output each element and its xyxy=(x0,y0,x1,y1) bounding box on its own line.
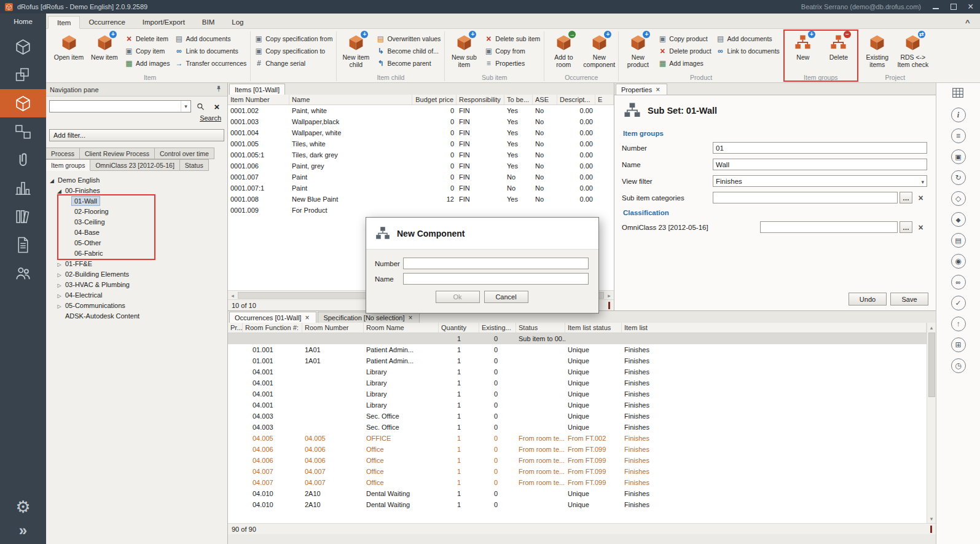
ok-button[interactable]: Ok xyxy=(436,291,480,303)
save-button[interactable]: Save xyxy=(890,293,928,306)
ribbon-small-button[interactable]: Delete product xyxy=(656,45,713,56)
cube-outline-icon[interactable] xyxy=(0,33,46,61)
open-item-button[interactable]: Open item xyxy=(52,30,86,73)
new-item-button[interactable]: New item xyxy=(87,30,122,73)
minimize-icon[interactable] xyxy=(932,3,939,10)
existing-items-button[interactable]: Existing items xyxy=(860,30,895,73)
table-row[interactable]: 04.010 2A10 Dental Waiting 1 0 Unique Fi… xyxy=(228,499,927,510)
table-row[interactable]: 04.001 Library 1 0 Unique Finishes xyxy=(228,366,927,377)
scroll-down-icon[interactable] xyxy=(927,514,936,523)
close-icon[interactable] xyxy=(408,314,414,321)
column-header[interactable]: Budget price xyxy=(412,95,457,104)
linked-cubes-icon[interactable] xyxy=(0,117,46,146)
new-product-button[interactable]: New product xyxy=(621,30,655,73)
table-row[interactable]: 0001.009 For Product xyxy=(228,205,614,216)
filter-tab[interactable]: Control over time xyxy=(155,148,214,159)
tab-items[interactable]: Items [01-Wall] xyxy=(229,84,285,95)
column-header[interactable]: Pr... xyxy=(228,323,243,333)
people-icon[interactable] xyxy=(0,259,46,287)
filter-tab[interactable]: Client Review Process xyxy=(80,148,155,159)
ribbon-small-button[interactable]: Delete sub item xyxy=(482,33,542,44)
ribbon-small-button[interactable]: Copy item xyxy=(123,45,171,56)
filter-tab[interactable]: OmniClass 23 [2012-05-16] xyxy=(90,159,179,171)
pin-icon[interactable] xyxy=(214,85,224,94)
upload-icon[interactable] xyxy=(951,317,966,331)
tree-item[interactable]: 04-Electrical xyxy=(46,290,227,300)
occurrences-tab[interactable]: Occurrences [01-Wall] xyxy=(229,312,316,323)
ribbon-small-button[interactable]: Add images xyxy=(123,58,171,68)
tree-item[interactable]: 06-Fabric xyxy=(46,248,227,258)
menu-tab[interactable]: BIM xyxy=(194,15,223,28)
table-row[interactable]: 1 0 Sub item to 00... xyxy=(228,333,927,344)
new-component-button[interactable]: New component xyxy=(582,30,616,73)
tree-item[interactable]: 01-Wall xyxy=(46,195,227,206)
ribbon-small-button[interactable]: Copy specification to xyxy=(253,45,334,56)
table-row[interactable]: 0001.004 Wallpaper, white 0 FIN Yes No 0… xyxy=(228,127,614,138)
ribbon-small-button[interactable]: Copy specification from xyxy=(253,33,334,44)
scroll-left-icon[interactable] xyxy=(228,291,237,299)
undo-button[interactable]: Undo xyxy=(849,293,887,306)
menu-tab[interactable]: Log xyxy=(223,15,252,28)
view-filter-select[interactable]: Finishes xyxy=(713,175,927,187)
ribbon-small-button[interactable]: Add images xyxy=(656,58,713,68)
tree-item[interactable]: Demo English xyxy=(46,175,227,185)
ribbon-small-button[interactable]: Copy from xyxy=(482,45,542,56)
column-header[interactable]: Quantity xyxy=(439,323,479,333)
table-row[interactable]: 01.001 1A01 Patient Admin... 1 0 Unique … xyxy=(228,355,927,366)
gear-icon[interactable] xyxy=(15,497,30,517)
menu-tab[interactable]: Item xyxy=(48,16,80,29)
search-icon[interactable] xyxy=(193,100,208,112)
table-row[interactable]: 04.001 Library 1 0 Unique Finishes xyxy=(228,377,927,388)
table-row[interactable]: 04.006 04.006 Office 1 0 From room te...… xyxy=(228,455,927,466)
ribbon-small-button[interactable]: Copy product xyxy=(656,33,713,44)
tree-item[interactable]: 05-Communications xyxy=(46,300,227,310)
table-row[interactable]: 0001.002 Paint, white 0 FIN Yes No 0.00 xyxy=(228,105,614,116)
add-filter-button[interactable]: Add filter... xyxy=(49,129,224,141)
column-header[interactable]: Responsibility xyxy=(457,95,504,104)
tree-expander-icon[interactable] xyxy=(56,270,63,278)
sub-item-categories-input[interactable] xyxy=(713,192,898,203)
tree-expander-icon[interactable] xyxy=(56,281,63,288)
column-header[interactable]: Item Number xyxy=(228,95,289,104)
expand-icon[interactable] xyxy=(19,522,27,539)
ribbon-small-button[interactable]: Become parent xyxy=(374,58,442,68)
tab-home[interactable]: Home xyxy=(0,14,46,29)
tree-expander-icon[interactable] xyxy=(56,302,63,309)
maximize-icon[interactable] xyxy=(950,3,957,10)
close-icon[interactable] xyxy=(968,3,975,10)
ribbon-small-button[interactable]: Transfer occurrences xyxy=(173,58,248,68)
ribbon-small-button[interactable]: Become child of... xyxy=(374,45,442,56)
item-group-new-button[interactable]: New xyxy=(786,30,820,73)
filter-tab[interactable]: Process xyxy=(46,148,80,159)
rotate-icon[interactable] xyxy=(951,170,966,185)
cubes-icon[interactable] xyxy=(0,61,46,89)
cancel-button[interactable]: Cancel xyxy=(484,291,528,303)
product-icon[interactable] xyxy=(951,149,966,164)
search-input[interactable] xyxy=(50,103,181,110)
table-row[interactable]: 0001.007:1 Paint 0 FIN No No 0.00 xyxy=(228,183,614,194)
chart-icon[interactable] xyxy=(0,174,46,202)
table-row[interactable]: 04.007 04.007 Office 1 0 From room te...… xyxy=(228,477,927,488)
ribbon-small-button[interactable]: Properties xyxy=(482,58,542,68)
column-header[interactable]: Name xyxy=(289,95,412,104)
network-icon[interactable] xyxy=(951,337,966,352)
ribbon-small-button[interactable]: Delete item xyxy=(123,33,171,44)
table-row[interactable]: 0001.006 Paint, grey 0 FIN Yes No 0.00 xyxy=(228,160,614,171)
add-to-room-button[interactable]: Add to room xyxy=(546,30,581,73)
table-row[interactable]: 04.001 Library 1 0 Unique Finishes xyxy=(228,400,927,411)
dialog-number-input[interactable] xyxy=(403,258,589,269)
paperclip-icon[interactable] xyxy=(0,146,46,174)
objects-icon[interactable] xyxy=(951,212,966,227)
tree-item[interactable]: 04-Base xyxy=(46,227,227,237)
table-row[interactable]: 0001.005 Tiles, white 0 FIN Yes No 0.00 xyxy=(228,138,614,149)
history-icon[interactable] xyxy=(951,358,966,373)
tab-properties[interactable]: Properties xyxy=(616,84,667,95)
table-row[interactable]: 04.007 04.007 Office 1 0 From room te...… xyxy=(228,466,927,477)
table-row[interactable]: 0001.003 Wallpaper,black 0 FIN Yes No 0.… xyxy=(228,116,614,127)
close-icon[interactable] xyxy=(656,86,662,93)
tree-item[interactable]: 02-Flooring xyxy=(46,206,227,216)
table-row[interactable]: 04.010 2A10 Dental Waiting 1 0 Unique Fi… xyxy=(228,488,927,499)
camera-icon[interactable] xyxy=(951,254,966,269)
column-header[interactable]: Status xyxy=(516,323,565,333)
model-icon[interactable] xyxy=(951,191,966,206)
